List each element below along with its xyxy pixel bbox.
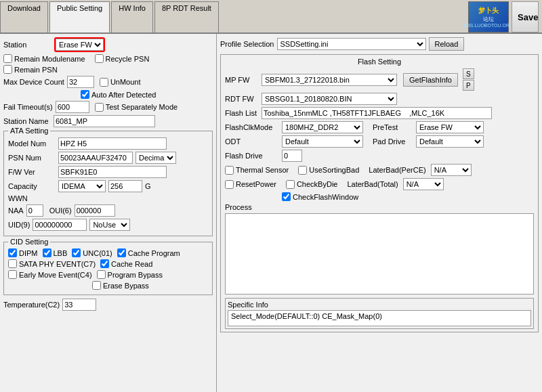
auto-after-row: Auto After Detected (3, 90, 213, 99)
fail-timeout-input[interactable] (56, 101, 89, 113)
program-bypass-checkbox[interactable] (97, 270, 106, 279)
odt-label: ODT (225, 137, 279, 146)
cid-setting-title: CID Setting (8, 238, 50, 246)
left-panel: Station Erase FW Test Program Remain Mod… (0, 34, 217, 392)
auto-after-check[interactable]: Auto After Detected (81, 90, 156, 99)
cache-program-checkbox[interactable] (117, 248, 126, 257)
dipm-check[interactable]: DIPM (8, 248, 38, 257)
program-bypass-label: Program Bypass (108, 271, 163, 279)
remain-psn-check[interactable]: Remain PSN (3, 65, 58, 74)
save-button[interactable]: Save (512, 1, 539, 32)
tab-hw-info[interactable]: HW Info (111, 1, 153, 32)
cache-read-checkbox[interactable] (100, 259, 109, 268)
flash-list-label: Flash List (225, 109, 259, 117)
fail-timeout-label: Fail Timeout(s) (3, 103, 53, 111)
use-sorting-bad-check[interactable]: UseSortingBad (298, 166, 359, 175)
get-flash-info-button[interactable]: GetFlashInfo (403, 73, 458, 87)
capacity-input[interactable] (108, 180, 142, 192)
tab-public-setting[interactable]: Public Setting (49, 1, 110, 32)
p-button[interactable]: P (463, 80, 474, 91)
auto-after-checkbox[interactable] (81, 90, 89, 99)
flash-setting-group: Flash Setting MP FW SBFM01.3_27122018.bi… (220, 54, 539, 332)
test-separately-checkbox[interactable] (95, 103, 104, 112)
cache-read-check[interactable]: Cache Read (100, 259, 152, 268)
unc01-check[interactable]: UNC(01) (72, 248, 112, 257)
tab-download[interactable]: Download (0, 1, 48, 32)
fw-ver-input[interactable] (58, 166, 167, 178)
test-separately-check[interactable]: Test Separately Mode (95, 103, 178, 112)
cid-row2: SATA PHY EVENT(C7) Cache Read (8, 259, 208, 268)
tab-8p-rdt-result[interactable]: 8P RDT Result (154, 1, 219, 32)
check-flash-window-checkbox[interactable] (282, 192, 291, 201)
use-sorting-bad-checkbox[interactable] (298, 166, 307, 175)
model-num-input[interactable] (58, 137, 167, 150)
check-by-die-check[interactable]: CheckByDie (286, 180, 338, 189)
dipm-checkbox[interactable] (8, 248, 17, 257)
later-bad-per-select[interactable]: N/A (431, 164, 472, 176)
odt-select[interactable]: Default (282, 135, 363, 148)
remain-psn-checkbox[interactable] (3, 65, 12, 74)
thermal-sensor-checkbox[interactable] (225, 166, 234, 175)
flash-list-input[interactable] (262, 107, 492, 119)
early-move-checkbox[interactable] (8, 270, 17, 279)
thermal-sensor-check[interactable]: Thermal Sensor (225, 166, 289, 175)
flash-drive-label: Flash Drive (225, 152, 279, 160)
program-bypass-check[interactable]: Program Bypass (97, 270, 163, 279)
erase-bypass-label: Erase Bypass (103, 282, 149, 290)
naa-input[interactable] (26, 204, 43, 217)
check-flash-window-row: CheckFlashWindow (225, 192, 534, 201)
erase-bypass-check[interactable]: Erase Bypass (92, 281, 149, 290)
capacity-unit: G (145, 182, 151, 190)
reload-button[interactable]: Reload (429, 37, 465, 51)
erase-bypass-checkbox[interactable] (92, 281, 101, 290)
pad-drive-label: Pad Drive (373, 137, 413, 146)
recycle-psn-checkbox[interactable] (95, 54, 104, 63)
check-by-die-checkbox[interactable] (286, 180, 295, 189)
remain-modulename-checkbox[interactable] (3, 54, 12, 63)
station-row: Station Erase FW Test Program (3, 37, 213, 52)
reset-power-checkbox[interactable] (225, 180, 234, 189)
profile-selection-row: Profile Selection SSDSetting.ini Reload (220, 37, 539, 51)
fw-ver-row: F/W Ver (8, 166, 208, 178)
capacity-select[interactable]: IDEMA (58, 180, 106, 192)
unmount-check[interactable]: UnMount (100, 78, 141, 87)
station-name-input[interactable] (54, 115, 155, 127)
temp-input[interactable] (62, 299, 96, 311)
sata-phy-check[interactable]: SATA PHY EVENT(C7) (8, 259, 96, 268)
later-bad-total-select[interactable]: N/A (403, 178, 444, 190)
s-button[interactable]: S (463, 68, 474, 79)
profile-select[interactable]: SSDSetting.ini (277, 38, 426, 50)
flash-clk-select[interactable]: 180MHZ_DDR2 (282, 121, 363, 133)
reset-power-check[interactable]: ResetPower (225, 180, 276, 189)
early-move-check[interactable]: Early Move Event(C4) (8, 270, 92, 279)
lbb-checkbox[interactable] (43, 248, 51, 257)
cache-program-check[interactable]: Cache Program (117, 248, 180, 257)
lbb-check[interactable]: LBB (43, 248, 68, 257)
check-flash-window-check[interactable]: CheckFlashWindow (282, 192, 358, 201)
uid-input[interactable] (33, 219, 87, 231)
capacity-row: Capacity IDEMA G (8, 180, 208, 192)
pad-drive-select[interactable]: Default (416, 135, 484, 148)
psn-num-input[interactable] (58, 152, 133, 164)
unmount-checkbox[interactable] (100, 78, 108, 87)
recycle-psn-check[interactable]: Recycle PSN (95, 54, 150, 63)
unc01-checkbox[interactable] (72, 248, 81, 257)
station-select[interactable]: Erase FW Test Program (56, 39, 104, 51)
mp-fw-select[interactable]: SBFM01.3_27122018.bin (262, 74, 397, 86)
check-by-die-label: CheckByDie (297, 180, 338, 188)
rdt-fw-select[interactable]: SBSG01.1_20180820.BIN (262, 93, 397, 105)
oui-input[interactable] (75, 204, 115, 217)
sata-phy-checkbox[interactable] (8, 259, 17, 268)
recycle-psn-label: Recycle PSN (106, 55, 150, 63)
capacity-label: Capacity (8, 182, 56, 190)
max-device-input[interactable] (67, 76, 94, 88)
remain-modulename-check[interactable]: Remain Modulename (3, 54, 85, 63)
check-flash-window-label: CheckFlashWindow (293, 193, 358, 201)
flash-drive-input[interactable] (282, 150, 302, 162)
remain-psn-row: Remain PSN (3, 65, 213, 74)
test-separately-label: Test Separately Mode (106, 103, 178, 111)
cache-program-label: Cache Program (128, 249, 180, 257)
pretest-select[interactable]: Erase FW (416, 121, 484, 133)
uid-select[interactable]: NoUse (89, 219, 130, 231)
psn-decimal-select[interactable]: Decimal (136, 152, 176, 164)
